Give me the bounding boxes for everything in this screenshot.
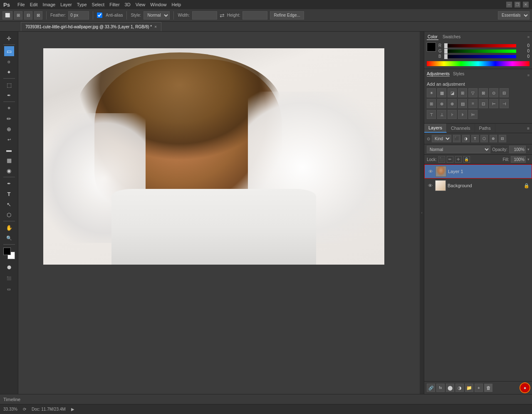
add-layer-style-btn[interactable]: fx	[436, 384, 445, 392]
bw-adj-icon[interactable]: ⊟	[500, 88, 509, 97]
menu-3d[interactable]: 3D	[125, 2, 131, 7]
channelmixer-adj-icon[interactable]: ⊗	[437, 99, 446, 108]
link-layers-btn[interactable]: 🔗	[427, 384, 435, 392]
add-selection-btn[interactable]: ⊞	[14, 11, 22, 20]
menu-layer[interactable]: Layer	[60, 2, 72, 7]
menu-window[interactable]: Window	[150, 2, 166, 7]
gradient-tool-btn[interactable]: ▦	[4, 155, 14, 165]
menu-file[interactable]: File	[17, 2, 25, 7]
pixel-filter-btn[interactable]: ⬛	[453, 135, 460, 142]
menu-filter[interactable]: Filter	[109, 2, 119, 7]
new-group-btn[interactable]: 📁	[465, 384, 473, 392]
new-layer-btn[interactable]: +	[475, 384, 483, 392]
swap-icon[interactable]: ⇄	[220, 12, 225, 19]
eraser-tool-btn[interactable]: ▬	[4, 145, 14, 155]
layer-1-item[interactable]: 👁 Layer 1	[424, 164, 532, 178]
brush-tool-btn[interactable]: ✏	[4, 114, 14, 124]
exposure-adj-icon[interactable]: ⊞	[458, 88, 467, 97]
green-slider[interactable]	[444, 50, 516, 53]
shape-tool-btn[interactable]: ⬡	[4, 210, 14, 220]
add-mask-btn[interactable]: ⬤	[446, 384, 454, 392]
canvas-area[interactable]	[18, 32, 420, 394]
menu-type[interactable]: Type	[77, 2, 87, 7]
invert-adj-icon[interactable]: ▤	[458, 99, 467, 108]
adj-icon-extra1[interactable]: ⊤	[427, 110, 436, 119]
photofilter-adj-icon[interactable]: ⊞	[427, 99, 436, 108]
adj-icon-extra3[interactable]: ⊦	[448, 110, 457, 119]
close-button[interactable]: ✕	[523, 2, 529, 7]
adj-icon-extra2[interactable]: ⊥	[437, 110, 446, 119]
menu-image[interactable]: Image	[43, 2, 56, 7]
selectivecolor-adj-icon[interactable]: ⊣	[500, 99, 509, 108]
adj-panel-options[interactable]: ≡	[527, 73, 530, 77]
screen-mode-btn[interactable]: ⬛	[4, 273, 14, 283]
type-filter-btn[interactable]: T	[471, 135, 479, 142]
text-tool-btn[interactable]: T	[4, 189, 14, 199]
restore-button[interactable]: ❐	[515, 2, 520, 7]
lock-position-btn[interactable]: ✏	[447, 156, 453, 163]
magic-wand-tool-btn[interactable]: ✦	[4, 67, 14, 77]
crop-tool-btn[interactable]: ⬚	[4, 80, 14, 90]
refine-edge-button[interactable]: Refine Edge...	[270, 11, 304, 20]
gradientmap-adj-icon[interactable]: ⊢	[489, 99, 498, 108]
layers-tab[interactable]: Layers	[424, 124, 447, 133]
zoom-tool-btn[interactable]: 🔍	[4, 233, 14, 243]
hand-tool-btn[interactable]: ✋	[4, 223, 14, 233]
healing-tool-btn[interactable]: ⌖	[4, 103, 14, 113]
colorbalance-adj-icon[interactable]: ⊙	[489, 88, 498, 97]
color-spectrum-bar[interactable]	[427, 61, 530, 66]
shape-filter-btn[interactable]: ⬡	[480, 135, 488, 142]
opacity-input[interactable]	[509, 146, 526, 153]
threshold-adj-icon[interactable]: ⊡	[479, 99, 488, 108]
background-layer-item[interactable]: 👁 Background 🔒	[424, 178, 532, 193]
filter-toggle-btn[interactable]: ⊟	[499, 135, 506, 142]
document-tab[interactable]: 7039381-cute-little-girl-hd-wallpaper.jp…	[21, 22, 161, 31]
intersect-selection-btn[interactable]: ⊠	[34, 11, 42, 20]
style-select[interactable]: Normal	[144, 11, 170, 20]
menu-view[interactable]: View	[136, 2, 146, 7]
workspace-select[interactable]: Essentials	[498, 11, 530, 20]
posterize-adj-icon[interactable]: ⌗	[468, 99, 478, 108]
dodge-tool-btn[interactable]: ◉	[4, 166, 14, 176]
height-input[interactable]	[242, 11, 267, 20]
swatches-tab[interactable]: Swatches	[442, 34, 461, 40]
history-brush-tool-btn[interactable]: ↩	[4, 134, 14, 144]
new-fill-adj-btn[interactable]: ◑	[455, 384, 464, 392]
color-tab[interactable]: Color	[427, 34, 438, 40]
paths-tab[interactable]: Paths	[475, 124, 495, 132]
pen-tool-btn[interactable]: ✒	[4, 178, 14, 188]
lock-all-btn[interactable]: 🔒	[463, 156, 470, 163]
layer-1-visibility-btn[interactable]: 👁	[427, 168, 434, 175]
feather-input[interactable]	[68, 11, 89, 20]
red-slider[interactable]	[444, 44, 516, 47]
curves-adj-icon[interactable]: ◪	[448, 88, 457, 97]
eyedropper-tool-btn[interactable]: ✒	[4, 90, 14, 100]
fill-input[interactable]	[511, 156, 526, 163]
delete-layer-btn[interactable]: 🗑	[484, 384, 492, 392]
clone-stamp-tool-btn[interactable]: ⊕	[4, 124, 14, 134]
adj-icon-extra4[interactable]: ⊧	[458, 110, 467, 119]
channels-tab[interactable]: Channels	[447, 124, 475, 132]
canvas-info-btn[interactable]: ⟳	[22, 407, 27, 412]
width-input[interactable]	[192, 11, 217, 20]
adj-icon-extra5[interactable]: ⊨	[468, 110, 478, 119]
colorlookup-adj-icon[interactable]: ⊕	[448, 99, 457, 108]
styles-tab[interactable]: Styles	[453, 72, 464, 77]
adjustments-tab[interactable]: Adjustments	[427, 72, 450, 77]
hsl-adj-icon[interactable]: ⊠	[479, 88, 488, 97]
menu-select[interactable]: Select	[92, 2, 105, 7]
tab-close-button[interactable]: ×	[154, 25, 157, 29]
blend-mode-select[interactable]: Normal	[427, 146, 490, 153]
levels-adj-icon[interactable]: ▦	[437, 88, 446, 97]
minimize-button[interactable]: ─	[506, 2, 512, 7]
background-layer-visibility-btn[interactable]: 👁	[427, 182, 433, 189]
layers-panel-options-btn[interactable]: ≡	[525, 124, 532, 132]
color-panel-options[interactable]: ≡	[527, 35, 530, 39]
anti-alias-checkbox[interactable]	[97, 12, 102, 18]
new-selection-btn[interactable]: ⬜	[2, 11, 12, 20]
path-selection-tool-btn[interactable]: ↖	[4, 199, 14, 209]
smart-filter-btn[interactable]: ⊕	[490, 135, 497, 142]
subtract-selection-btn[interactable]: ⊟	[24, 11, 32, 20]
vibrance-adj-icon[interactable]: ▽	[468, 88, 478, 97]
move-tool-btn[interactable]: ✛	[4, 33, 14, 43]
